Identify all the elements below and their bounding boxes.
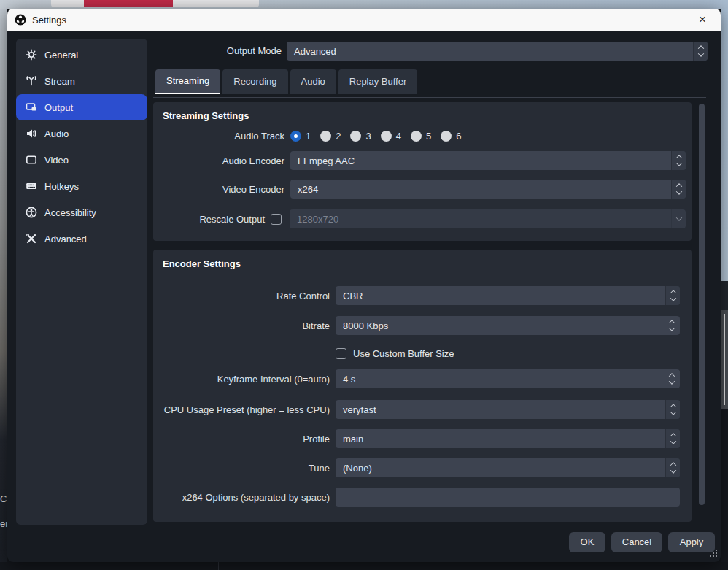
- audio-track-option-1[interactable]: 1: [290, 131, 311, 142]
- video-encoder-select[interactable]: x264: [290, 180, 686, 199]
- radio-icon[interactable]: [350, 131, 361, 142]
- radio-label: 1: [306, 131, 311, 142]
- spinner-icon[interactable]: [665, 400, 680, 419]
- tab-streaming[interactable]: Streaming: [155, 69, 220, 94]
- desktop-left-strip: [0, 9, 7, 562]
- audio-track-option-4[interactable]: 4: [381, 131, 401, 142]
- output-mode-select[interactable]: Advanced: [287, 42, 708, 61]
- cpu-preset-value: veryfast: [336, 404, 665, 415]
- sidebar-item-stream[interactable]: Stream: [16, 68, 147, 94]
- scrollbar-thumb[interactable]: [699, 104, 705, 505]
- audio-encoder-label: Audio Encoder: [153, 155, 284, 166]
- sidebar-item-label: Video: [44, 155, 69, 166]
- sidebar-item-label: Hotkeys: [44, 181, 79, 192]
- custom-buffer-row: Use Custom Buffer Size: [153, 347, 680, 359]
- radio-icon[interactable]: [411, 131, 422, 142]
- tab-audio[interactable]: Audio: [290, 69, 336, 94]
- spinner-icon[interactable]: [665, 286, 680, 305]
- background-text-fragment: er: [0, 518, 7, 529]
- settings-dialog: Settings × General: [7, 9, 721, 562]
- sidebar-item-label: Advanced: [44, 234, 87, 244]
- background-text-fragment: Ca: [0, 493, 7, 504]
- rate-control-select[interactable]: CBR: [336, 286, 680, 305]
- tune-label: Tune: [153, 463, 330, 474]
- sidebar-item-label: General: [44, 50, 78, 61]
- profile-select[interactable]: main: [336, 429, 680, 448]
- screen: Ca er Settings ×: [0, 0, 728, 570]
- radio-label: 2: [336, 131, 341, 142]
- sidebar-item-label: Output: [44, 102, 73, 113]
- bitrate-spinbox[interactable]: 8000 Kbps: [336, 316, 680, 335]
- keyboard-icon: [26, 180, 37, 192]
- tune-value: (None): [336, 463, 665, 474]
- radio-selected-icon[interactable]: [290, 131, 301, 142]
- group-title: Encoder Settings: [163, 258, 241, 269]
- close-icon[interactable]: ×: [694, 12, 710, 28]
- tune-select[interactable]: (None): [336, 458, 680, 477]
- wallpaper-sky: [721, 9, 728, 281]
- sidebar-item-accessibility[interactable]: Accessibility: [16, 199, 147, 226]
- keyframe-interval-spinbox[interactable]: 4 s: [336, 369, 680, 388]
- rescale-output-row: Rescale Output 1280x720: [153, 209, 686, 228]
- sidebar-item-video[interactable]: Video: [16, 147, 147, 173]
- audio-track-option-6[interactable]: 6: [441, 131, 461, 142]
- radio-icon[interactable]: [320, 131, 331, 142]
- radio-label: 3: [365, 131, 371, 142]
- video-encoder-row: Video Encoder x264: [153, 180, 686, 199]
- background-red-bar: [84, 0, 173, 7]
- profile-value: main: [336, 434, 665, 444]
- spinner-icon[interactable]: [665, 458, 680, 477]
- titlebar[interactable]: Settings ×: [7, 9, 721, 31]
- sidebar-item-advanced[interactable]: Advanced: [16, 226, 147, 252]
- rescale-output-checkbox[interactable]: [271, 214, 282, 225]
- desktop-bottom-strip: [0, 562, 728, 570]
- custom-buffer-checkbox[interactable]: [336, 348, 346, 359]
- spinner-icon[interactable]: [665, 429, 680, 448]
- x264-options-input[interactable]: [336, 488, 680, 507]
- rescale-resolution-select[interactable]: 1280x720: [290, 209, 686, 228]
- sidebar-item-label: Accessibility: [44, 207, 96, 218]
- profile-label: Profile: [153, 434, 330, 444]
- spinner-icon[interactable]: [671, 180, 686, 199]
- cancel-button[interactable]: Cancel: [611, 532, 662, 552]
- radio-icon[interactable]: [381, 131, 392, 142]
- obs-logo-icon: [15, 14, 26, 26]
- sidebar-item-general[interactable]: General: [16, 42, 147, 68]
- gear-icon: [26, 49, 37, 61]
- bitrate-label: Bitrate: [153, 320, 330, 331]
- audio-track-option-3[interactable]: 3: [350, 131, 371, 142]
- keyframe-interval-row: Keyframe Interval (0=auto) 4 s: [153, 369, 680, 388]
- profile-row: Profile main: [153, 429, 680, 448]
- video-encoder-label: Video Encoder: [153, 184, 284, 195]
- spinbox-arrows-icon[interactable]: [664, 316, 680, 335]
- audio-track-option-5[interactable]: 5: [411, 131, 431, 142]
- output-tabs: Streaming Recording Audio Replay Buffer: [155, 69, 417, 94]
- video-encoder-value: x264: [290, 184, 671, 195]
- bitrate-value: 8000 Kbps: [336, 320, 664, 331]
- cpu-preset-select[interactable]: veryfast: [336, 400, 680, 419]
- speaker-icon: [26, 128, 37, 139]
- bitrate-row: Bitrate 8000 Kbps: [153, 316, 680, 335]
- spinner-icon[interactable]: [693, 42, 708, 61]
- custom-buffer-label[interactable]: Use Custom Buffer Size: [353, 348, 454, 359]
- desktop-top-strip: [0, 0, 728, 9]
- rate-control-row: Rate Control CBR: [153, 286, 680, 305]
- sidebar-item-audio[interactable]: Audio: [16, 120, 147, 147]
- tab-replay-buffer[interactable]: Replay Buffer: [338, 69, 418, 94]
- ok-button[interactable]: OK: [569, 532, 605, 552]
- tab-recording[interactable]: Recording: [222, 69, 287, 94]
- spinner-icon[interactable]: [671, 151, 686, 170]
- audio-encoder-select[interactable]: FFmpeg AAC: [290, 151, 686, 170]
- radio-icon[interactable]: [441, 131, 452, 142]
- audio-track-option-2[interactable]: 2: [320, 131, 341, 142]
- output-mode-row: Output Mode Advanced: [212, 42, 708, 61]
- settings-sidebar: General Stream Output: [16, 39, 147, 525]
- sidebar-item-hotkeys[interactable]: Hotkeys: [16, 173, 147, 199]
- chevron-down-icon[interactable]: [671, 209, 686, 228]
- apply-button[interactable]: Apply: [668, 532, 715, 552]
- resize-grip[interactable]: [716, 555, 717, 557]
- spinbox-arrows-icon[interactable]: [664, 369, 680, 388]
- radio-label: 4: [396, 131, 401, 142]
- sidebar-item-output[interactable]: Output: [16, 94, 147, 120]
- desktop-right-strip: [721, 9, 728, 562]
